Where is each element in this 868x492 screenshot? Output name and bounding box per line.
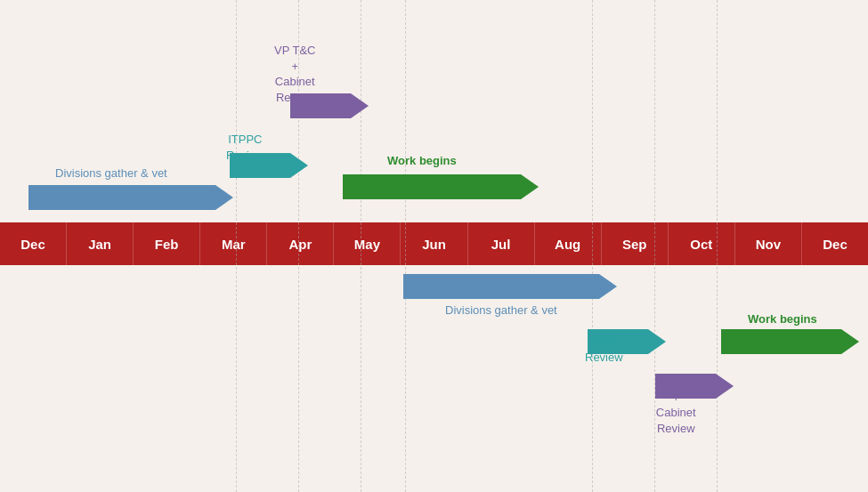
bot-itppc-label: ITPPCReview	[585, 334, 623, 365]
bot-work-begins-arrow	[721, 329, 859, 354]
top-vp-tc-label: VP T&C+CabinetReview	[274, 43, 315, 105]
month-dec2: Dec	[802, 222, 868, 265]
bot-vp-tc-label: VP T&C+CabinetReview	[655, 374, 696, 436]
month-jun: Jun	[401, 222, 467, 265]
bot-divisions-gather-arrow	[403, 274, 617, 299]
top-itppc-label: ITPPCReview	[226, 132, 264, 163]
month-sep: Sep	[602, 222, 669, 265]
top-divisions-gather-label: Divisions gather & vet	[55, 165, 167, 181]
top-work-begins-arrow	[343, 174, 539, 199]
month-nov: Nov	[735, 222, 802, 265]
vline-sep	[592, 0, 593, 492]
vline-nov	[717, 0, 718, 492]
month-dec1: Dec	[0, 222, 67, 265]
vline-mar	[236, 0, 237, 492]
month-mar: Mar	[200, 222, 267, 265]
top-work-begins-label: Work begins	[387, 153, 457, 169]
bot-work-begins-label: Work begins	[748, 311, 817, 327]
month-may: May	[334, 222, 401, 265]
month-oct: Oct	[669, 222, 735, 265]
month-apr: Apr	[267, 222, 334, 265]
month-jan: Jan	[67, 222, 134, 265]
month-jul: Jul	[468, 222, 535, 265]
month-feb: Feb	[134, 222, 200, 265]
top-divisions-gather-arrow	[28, 185, 233, 210]
chart-container: Dec Jan Feb Mar Apr May Jun Jul Aug Sep …	[0, 0, 868, 492]
vline-may	[361, 0, 361, 492]
vline-jun	[405, 0, 406, 492]
bot-divisions-gather-label: Divisions gather & vet	[445, 302, 557, 319]
timeline-bar: Dec Jan Feb Mar Apr May Jun Jul Aug Sep …	[0, 222, 868, 265]
